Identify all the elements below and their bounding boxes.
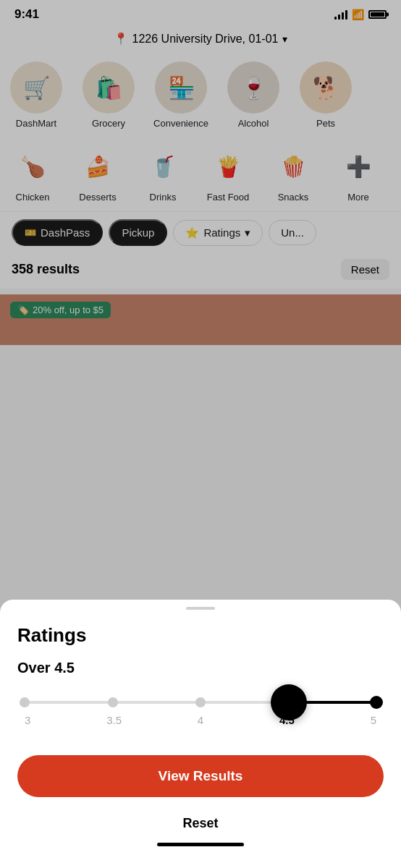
slider-dot-5	[370, 696, 383, 709]
ratings-bottom-sheet: Ratings Over 4.5 3 3.5 4 4.5 5 View	[0, 600, 401, 868]
ratings-slider-container: 3 3.5 4 4.5 5	[17, 694, 384, 726]
reset-sheet-button[interactable]: Reset	[17, 809, 384, 838]
slider-label-4: 4	[198, 714, 203, 726]
sheet-title: Ratings	[17, 624, 384, 647]
slider-label-3: 3	[25, 714, 30, 726]
sheet-handle[interactable]	[186, 607, 215, 610]
sheet-subtitle: Over 4.5	[17, 660, 384, 676]
slider-thumb-4-5[interactable]	[271, 684, 307, 720]
slider-label-3-5: 3.5	[106, 714, 122, 726]
home-indicator	[157, 843, 244, 846]
slider-dot-3	[20, 697, 30, 707]
slider-dot-4	[195, 697, 206, 707]
view-results-button[interactable]: View Results	[17, 755, 384, 797]
slider-track	[25, 701, 376, 704]
slider-dot-3-5	[108, 697, 118, 707]
slider-labels: 3 3.5 4 4.5 5	[25, 714, 376, 726]
slider-label-5: 5	[371, 714, 376, 726]
